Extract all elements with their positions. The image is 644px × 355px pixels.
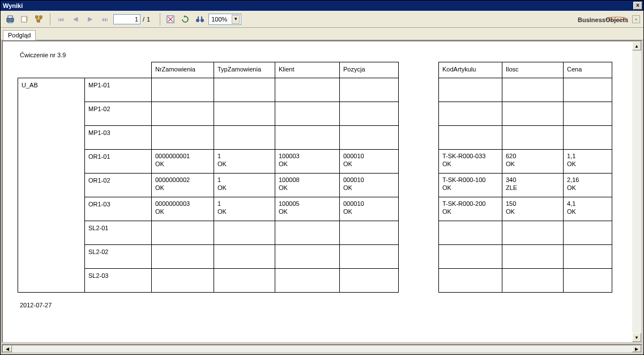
page-input[interactable] [113, 14, 140, 24]
column-header: Klient [275, 62, 340, 78]
next-page-button[interactable]: ▶ [84, 13, 96, 26]
close-button[interactable]: × [633, 2, 642, 10]
item-cell: OR1-01 [85, 150, 152, 174]
cell [214, 269, 275, 293]
tab-preview[interactable]: Podgląd [3, 30, 36, 40]
cell [275, 102, 340, 126]
cell [564, 221, 612, 245]
horizontal-scrollbar[interactable]: ◀ ▶ [2, 344, 642, 353]
app-window: Wyniki × ⏮ ◀ ▶ ⏭ / 1 100% [0, 0, 644, 355]
toolbar-close-button[interactable]: × [632, 15, 640, 23]
cell [340, 102, 399, 126]
table-row [439, 102, 612, 126]
cell [439, 221, 502, 245]
group-cell: U_AB [18, 78, 85, 293]
vertical-scrollbar[interactable]: ▲ ▼ [632, 41, 641, 342]
first-page-button[interactable]: ⏮ [54, 13, 67, 26]
item-cell: SL2-03 [85, 269, 152, 293]
left-table: NrZamowieniaTypZamowieniaKlientPozycjaU_… [18, 62, 399, 293]
table-row [439, 78, 612, 102]
cell: 100003OK [275, 150, 340, 174]
cell [502, 102, 564, 126]
window-title: Wyniki [3, 2, 23, 9]
table-row [439, 126, 612, 150]
cell: 1OK [214, 150, 275, 174]
cell [152, 102, 214, 126]
item-cell: SL2-02 [85, 245, 152, 269]
group-tree-button[interactable] [33, 13, 46, 26]
print-icon [6, 15, 15, 23]
svg-rect-0 [7, 18, 14, 22]
item-cell: MP1-02 [85, 102, 152, 126]
cell [502, 78, 564, 102]
svg-rect-2 [8, 22, 12, 23]
viewport-outer: Ćwiczenie nr 3.9 NrZamowieniaTypZamowien… [2, 40, 642, 343]
scroll-left-icon[interactable]: ◀ [3, 345, 12, 352]
cell: 0000000003OK [152, 197, 214, 221]
cell [439, 126, 502, 150]
zoom-value: 100% [211, 16, 227, 23]
scroll-track[interactable] [12, 345, 632, 352]
column-header: NrZamowienia [152, 62, 214, 78]
titlebar: Wyniki × [1, 1, 643, 11]
cell [152, 126, 214, 150]
search-button[interactable] [194, 13, 206, 26]
last-icon: ⏭ [102, 16, 108, 23]
cell [340, 221, 399, 245]
cell: 4,1OK [564, 197, 612, 221]
item-cell: OR1-03 [85, 197, 152, 221]
cell [564, 245, 612, 269]
scroll-track[interactable] [632, 50, 641, 333]
cell [564, 78, 612, 102]
cell [214, 102, 275, 126]
chevron-down-icon: ▼ [232, 15, 240, 24]
scroll-up-icon[interactable]: ▲ [632, 41, 641, 50]
zoom-select[interactable]: 100% ▼ [208, 14, 241, 25]
cell [502, 126, 564, 150]
table-row: T-SK-R000-200OK150OK4,1OK [439, 197, 612, 221]
cell [502, 245, 564, 269]
cell: T-SK-R000-200OK [439, 197, 502, 221]
stop-icon [167, 15, 174, 23]
page-separator: / [143, 16, 144, 23]
cell: T-SK-R000-100OK [439, 174, 502, 197]
report-date: 2012-07-27 [18, 302, 617, 308]
cell [439, 269, 502, 293]
cell [275, 245, 340, 269]
cell [564, 269, 612, 293]
prev-page-button[interactable]: ◀ [69, 13, 82, 26]
brand-logo: BusinessObjects [578, 15, 629, 23]
stop-button[interactable] [164, 13, 177, 26]
cell [439, 245, 502, 269]
cell [214, 221, 275, 245]
cell: 150OK [502, 197, 564, 221]
page-total: 1 [147, 16, 150, 23]
cell [152, 269, 214, 293]
next-icon: ▶ [88, 15, 92, 23]
export-button[interactable] [19, 13, 31, 26]
column-header: Ilosc [502, 62, 564, 78]
cell [564, 126, 612, 150]
cell [564, 102, 612, 126]
cell: T-SK-R000-033OK [439, 150, 502, 174]
scroll-down-icon[interactable]: ▼ [632, 333, 641, 342]
cell [275, 126, 340, 150]
table-row: U_ABMP1-01 [18, 78, 399, 102]
scroll-right-icon[interactable]: ▶ [632, 345, 641, 352]
export-icon [20, 15, 29, 23]
last-page-button[interactable]: ⏭ [99, 13, 111, 26]
svg-rect-5 [40, 16, 42, 18]
svg-rect-1 [8, 16, 12, 18]
cell: 100008OK [275, 174, 340, 197]
cell [340, 126, 399, 150]
cell: 1OK [214, 174, 275, 197]
cell [439, 78, 502, 102]
toolbar-separator [50, 13, 50, 26]
item-cell: MP1-03 [85, 126, 152, 150]
item-cell: SL2-01 [85, 221, 152, 245]
refresh-icon [181, 15, 189, 23]
tabbar: Podgląd [1, 28, 643, 40]
toolbar-separator [160, 13, 160, 26]
print-button[interactable] [4, 13, 16, 26]
refresh-button[interactable] [179, 13, 191, 26]
